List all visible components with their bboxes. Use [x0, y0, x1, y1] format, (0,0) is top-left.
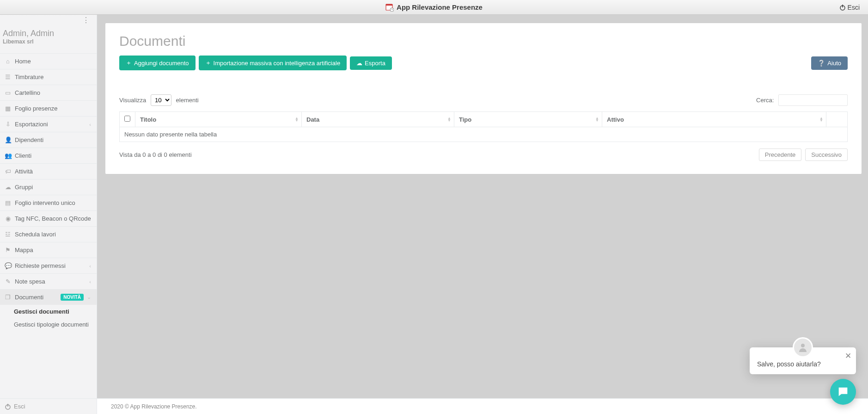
sidebar-item-gruppi[interactable]: ☁ Gruppi [0, 179, 97, 195]
length-post-label: elementi [176, 97, 199, 104]
page-title: Documenti [119, 33, 848, 49]
app-logo-icon [385, 3, 394, 12]
datatable-pager: Precedente Successivo [759, 148, 848, 161]
main-content: Documenti ＋ Aggiungi documento ＋ Importa… [97, 15, 868, 414]
calendar-icon: ▦ [5, 105, 11, 112]
chevron-left-icon: ‹ [89, 279, 91, 284]
document-icon: ▤ [5, 199, 11, 206]
group-icon: ☁ [5, 184, 11, 191]
datatable-search: Cerca: [756, 94, 848, 106]
cloud-download-icon: ☁ [356, 60, 362, 67]
chat-message: Salve, posso aiutarla? [757, 360, 849, 368]
search-label: Cerca: [756, 97, 774, 104]
length-pre-label: Visualizza [119, 97, 146, 104]
power-icon [5, 403, 11, 410]
col-checkbox-header [120, 112, 135, 127]
export-button[interactable]: ☁ Esporta [350, 56, 392, 70]
documents-table: Titolo ▲▼ Data ▲▼ Tipo ▲▼ Attivo [119, 111, 848, 142]
sidebar-item-attivita[interactable]: 🏷 Attività [0, 163, 97, 179]
sidebar-item-cartellino[interactable]: ▭ Cartellino [0, 85, 97, 100]
sidebar-item-label: Foglio intervento unico [15, 199, 75, 206]
sidebar-item-label: Schedula lavori [15, 231, 56, 238]
sidebar-item-label: Gestisci documenti [14, 308, 69, 315]
col-attivo-header[interactable]: Attivo ▲▼ [602, 112, 826, 127]
chevron-left-icon: ‹ [89, 263, 91, 269]
add-document-label: Aggiungi documento [134, 60, 189, 67]
sidebar-sub-gestisci-documenti[interactable]: Gestisci documenti [0, 305, 97, 318]
col-data-header[interactable]: Data ▲▼ [302, 112, 454, 127]
window-titlebar: App Rilevazione Presenze Esci [0, 0, 868, 15]
datatable-length: Visualizza 10 elementi [119, 94, 199, 106]
sidebar-item-foglio-presenze[interactable]: ▦ Foglio presenze [0, 100, 97, 116]
sidebar-item-foglio-intervento[interactable]: ▤ Foglio intervento unico [0, 195, 97, 210]
sidebar-item-label: Documenti [15, 294, 43, 301]
map-icon: ⚑ [5, 247, 11, 253]
sort-icon: ▲▼ [595, 117, 599, 122]
sidebar-user-company: Libemax srl [3, 38, 92, 45]
col-tipo-header[interactable]: Tipo ▲▼ [454, 112, 602, 127]
col-attivo-label: Attivo [607, 116, 624, 123]
sidebar-item-timbrature[interactable]: ☰ Timbrature [0, 69, 97, 85]
users-icon: 👥 [5, 152, 11, 159]
chat-close-button[interactable]: ✕ [845, 351, 851, 361]
search-input[interactable] [778, 94, 848, 106]
sidebar-item-esportazioni[interactable]: ⇩ Esportazioni ‹ [0, 116, 97, 132]
sidebar-item-note-spesa[interactable]: ✎ Note spesa ‹ [0, 273, 97, 289]
svg-rect-1 [386, 4, 392, 6]
schedule-icon: ☳ [5, 231, 11, 238]
help-button[interactable]: ❔ Aiuto [811, 56, 848, 70]
sidebar-menu-toggle[interactable]: ⋮ [0, 15, 97, 26]
chat-fab-button[interactable] [830, 379, 856, 405]
sidebar-item-clienti[interactable]: 👥 Clienti [0, 148, 97, 163]
app-title-group: App Rilevazione Presenze [385, 3, 483, 12]
question-icon: ❔ [818, 60, 825, 67]
sidebar-exit-label: Esci [14, 403, 25, 410]
new-badge: NOVITÀ [61, 294, 84, 301]
bulk-import-label: Importazione massiva con intelligenza ar… [214, 60, 341, 67]
app-title: App Rilevazione Presenze [397, 3, 483, 11]
datatable-controls: Visualizza 10 elementi Cerca: [119, 94, 848, 106]
chat-avatar-icon [793, 337, 813, 358]
datatable-info: Vista da 0 a 0 di 0 elementi [119, 151, 192, 158]
sidebar-item-label: Note spesa [15, 278, 45, 285]
sidebar-item-mappa[interactable]: ⚑ Mappa [0, 242, 97, 258]
svg-point-7 [801, 344, 805, 347]
prev-page-button[interactable]: Precedente [759, 148, 802, 161]
col-actions-header [826, 112, 848, 127]
sidebar-user-block: Admin, Admin Libemax srl [0, 26, 97, 53]
sidebar-sub-gestisci-tipologie[interactable]: Gestisci tipologie documenti [0, 318, 97, 331]
col-tipo-label: Tipo [459, 116, 471, 123]
length-select[interactable]: 10 [151, 94, 171, 106]
user-icon: 👤 [5, 136, 11, 143]
bulk-import-button[interactable]: ＋ Importazione massiva con intelligenza … [199, 56, 347, 70]
sidebar-item-schedula-lavori[interactable]: ☳ Schedula lavori [0, 226, 97, 242]
sidebar-item-richieste-permessi[interactable]: 💬 Richieste permessi ‹ [0, 258, 97, 273]
sidebar-item-label: Esportazioni [15, 121, 48, 128]
titlebar-exit-label: Esci [848, 4, 860, 11]
next-page-button[interactable]: Successivo [805, 148, 848, 161]
sidebar-item-tag-nfc[interactable]: ◉ Tag NFC, Beacon o QRcode [0, 210, 97, 226]
sidebar-item-label: Home [15, 58, 31, 65]
add-document-button[interactable]: ＋ Aggiungi documento [119, 56, 196, 70]
col-titolo-header[interactable]: Titolo ▲▼ [135, 112, 302, 127]
home-icon: ⌂ [5, 58, 11, 65]
titlebar-exit-button[interactable]: Esci [839, 4, 860, 11]
sidebar-nav: ⌂ Home ☰ Timbrature ▭ Cartellino ▦ Fogli… [0, 53, 97, 331]
sidebar-item-label: Tag NFC, Beacon o QRcode [15, 215, 91, 222]
select-all-checkbox[interactable] [124, 116, 130, 122]
sidebar-item-label: Clienti [15, 152, 31, 159]
action-button-row: ＋ Aggiungi documento ＋ Importazione mass… [119, 56, 848, 70]
sort-icon: ▲▼ [819, 117, 823, 122]
sidebar-item-documenti[interactable]: ❐ Documenti NOVITÀ ⌄ [0, 289, 97, 305]
help-label: Aiuto [827, 60, 841, 67]
sidebar-exit-button[interactable]: Esci [0, 398, 97, 414]
sidebar-item-label: Cartellino [15, 89, 40, 96]
chevron-down-icon: ⌄ [87, 294, 91, 300]
sidebar-item-home[interactable]: ⌂ Home [0, 53, 97, 69]
chat-icon: 💬 [5, 262, 11, 269]
sidebar-item-dipendenti[interactable]: 👤 Dipendenti [0, 132, 97, 148]
documents-panel: Documenti ＋ Aggiungi documento ＋ Importa… [105, 23, 862, 174]
sidebar-item-label: Mappa [15, 247, 33, 253]
download-icon: ⇩ [5, 121, 11, 128]
datatable-footer: Vista da 0 a 0 di 0 elementi Precedente … [119, 148, 848, 161]
